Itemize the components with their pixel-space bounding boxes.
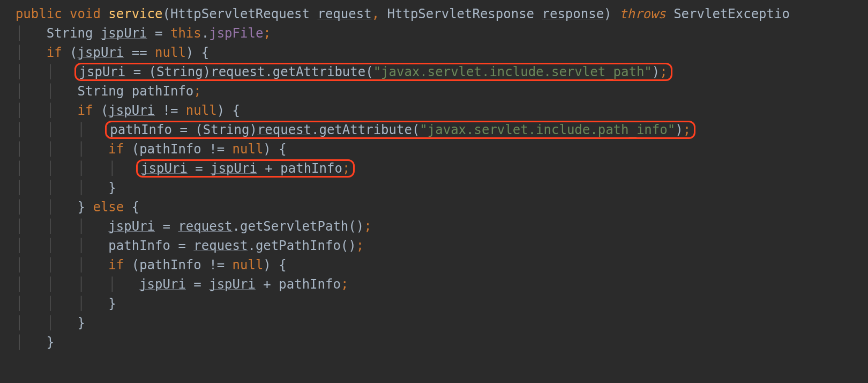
indent-guide: │	[47, 142, 54, 157]
keyword-if: if	[108, 142, 124, 157]
brace-open: ) {	[217, 103, 240, 118]
semicolon: ;	[356, 238, 364, 253]
indent-guide: │	[47, 277, 54, 292]
indent-guide: │	[16, 122, 23, 137]
string-literal: "javax.servlet.include.servlet_path"	[373, 64, 652, 79]
variable: jspUri	[108, 103, 155, 118]
brace-close: }	[108, 296, 116, 311]
brace-close: }	[78, 315, 85, 330]
indent-guide: │	[47, 84, 54, 99]
indent-guide: │	[16, 257, 23, 272]
indent-guide: │	[16, 296, 23, 311]
space	[666, 6, 674, 21]
indent-guide: │	[47, 180, 54, 195]
keyword-if: if	[108, 257, 124, 272]
indent-guide: │	[16, 161, 23, 176]
indent-guide: │	[47, 122, 54, 137]
semicolon: ;	[193, 84, 201, 99]
indent-guide: │	[16, 84, 23, 99]
method-call: .getServletPath()	[233, 219, 364, 234]
brace-open: {	[124, 200, 139, 215]
indent-guide: │	[78, 238, 85, 253]
brace-open: ) {	[186, 45, 209, 60]
indent-guide: │	[78, 296, 85, 311]
variable: jspUri	[139, 277, 186, 292]
type: String	[78, 84, 132, 99]
variable: jspUri	[211, 161, 257, 176]
brace-open: ) {	[263, 142, 286, 157]
indent-guide: │	[16, 26, 23, 41]
paren-close: )	[652, 64, 660, 79]
assign-cast: = (String)	[172, 122, 257, 137]
variable: jspUri	[108, 219, 155, 234]
indent-guide: │	[16, 219, 23, 234]
variable: request	[193, 238, 248, 253]
keyword-void: void	[70, 6, 101, 21]
variable: pathInfo	[279, 277, 341, 292]
paren-open: (	[124, 257, 139, 272]
variable: pathInfo	[108, 238, 170, 253]
variable: pathInfo	[280, 161, 342, 176]
code-editor[interactable]: public void service(HttpServletRequest r…	[0, 0, 868, 352]
indent-guide: │	[47, 315, 54, 330]
keyword-this: this	[170, 26, 201, 41]
string-literal: "javax.servlet.include.path_info"	[420, 122, 675, 137]
variable: pathInfo	[110, 122, 172, 137]
paren-open: (	[93, 103, 108, 118]
semicolon: ;	[683, 122, 691, 137]
comma: ,	[372, 6, 379, 21]
op-eq: =	[147, 26, 170, 41]
indent-guide: │	[16, 180, 23, 195]
highlight-box: pathInfo = (String)request.getAttribute(…	[105, 121, 695, 139]
op-neq: !=	[201, 142, 233, 157]
exception-type: ServletExceptio	[674, 6, 790, 21]
indent-guide: │	[47, 238, 54, 253]
indent-guide: │	[16, 335, 23, 350]
param-name: response	[542, 6, 604, 21]
variable: jspUri	[79, 64, 126, 79]
variable: jspUri	[78, 45, 124, 60]
indent-guide: │	[16, 64, 23, 79]
indent-guide: │	[78, 180, 85, 195]
indent-guide: │	[78, 122, 85, 137]
indent-guide: │	[47, 296, 54, 311]
semicolon: ;	[341, 277, 348, 292]
keyword-null: null	[233, 142, 264, 157]
semicolon: ;	[263, 26, 271, 41]
op-eq: =	[170, 238, 193, 253]
keyword-null: null	[155, 45, 186, 60]
highlight-box: jspUri = jspUri + pathInfo;	[136, 159, 355, 178]
dot: .	[201, 26, 209, 41]
indent-guide: │	[47, 103, 54, 118]
indent-guide: │	[16, 277, 23, 292]
paren-open: (	[162, 6, 170, 21]
indent-guide: │	[47, 200, 54, 215]
op-eqeq: ==	[124, 45, 155, 60]
indent-guide: │	[47, 257, 54, 272]
variable: pathInfo	[132, 84, 194, 99]
op-neq: !=	[201, 257, 233, 272]
keyword-public: public	[16, 6, 62, 21]
method-name: service	[108, 6, 162, 21]
paren-close: )	[675, 122, 683, 137]
brace-close: }	[108, 180, 116, 195]
variable: jspUri	[101, 26, 147, 41]
semicolon: ;	[364, 219, 371, 234]
variable: request	[178, 219, 232, 234]
indent-guide: │	[78, 257, 85, 272]
variable: pathInfo	[139, 257, 201, 272]
indent-guide: │	[16, 200, 23, 215]
method-call: .getPathInfo()	[248, 238, 356, 253]
space	[379, 6, 387, 21]
param-type: HttpServletResponse	[387, 6, 542, 21]
indent-guide: │	[47, 64, 54, 79]
variable: jspUri	[209, 277, 256, 292]
method-call: .getAttribute(	[311, 122, 420, 137]
paren-open: (	[124, 142, 139, 157]
brace-open: ) {	[263, 257, 286, 272]
method-call: .getAttribute(	[265, 64, 373, 79]
keyword-else: else	[93, 200, 124, 215]
paren-open: (	[62, 45, 78, 60]
indent-guide: │	[16, 45, 23, 60]
type: String	[47, 26, 101, 41]
